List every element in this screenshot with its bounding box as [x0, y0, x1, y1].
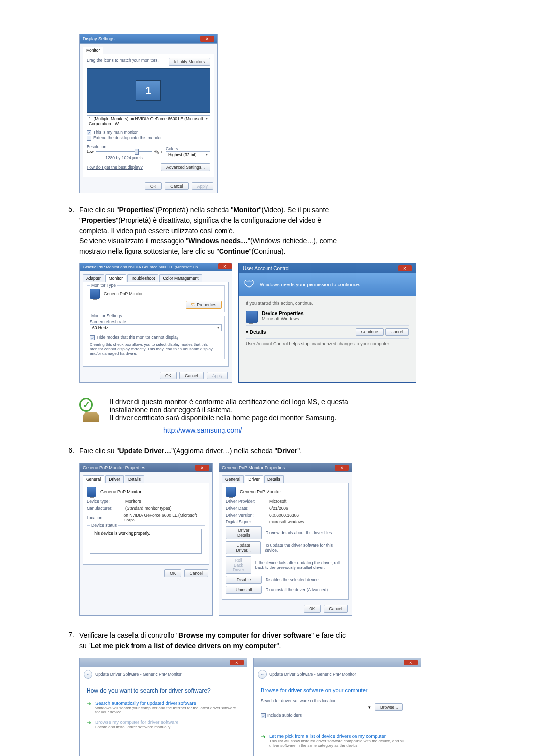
apply-button: Apply — [192, 182, 213, 190]
tab-monitor[interactable]: Monitor — [105, 274, 126, 282]
close-icon[interactable]: × — [404, 660, 418, 665]
continue-button[interactable]: Continue — [356, 328, 384, 336]
close-icon[interactable]: × — [200, 36, 214, 42]
refresh-select[interactable]: 60 Hertz▾ — [90, 324, 222, 331]
monitor-icon — [226, 487, 236, 497]
uac-banner-text: Windows needs your permission to contion… — [260, 282, 360, 287]
drvtab-title: Generic PnP Monitor Properties — [222, 465, 285, 470]
details-expand[interactable]: ▾ Details — [246, 330, 266, 335]
update-driver-button[interactable]: Update Driver... — [226, 541, 261, 554]
path-input[interactable] — [261, 704, 364, 710]
apply-button: Apply — [207, 372, 228, 379]
close-icon[interactable]: × — [218, 263, 232, 269]
uac-title: User Account Control — [243, 266, 290, 271]
info-note: Il driver di questo monitor è conforme a… — [110, 398, 348, 422]
cancel-button[interactable]: Cancel — [385, 328, 409, 336]
tab-general[interactable]: General — [83, 475, 104, 483]
cancel-button[interactable]: Cancel — [165, 182, 188, 190]
option-let-me-pick[interactable]: ➔ Let me pick from a list of device driv… — [261, 733, 414, 748]
checkbox-extend — [87, 136, 91, 141]
hide-checkbox[interactable] — [90, 335, 95, 340]
wizard-heading: How do you want to search for driver sof… — [87, 687, 240, 694]
monitor-icon — [87, 487, 96, 497]
cert-ok-icon: ✓ — [79, 398, 103, 422]
step-5-text: Fare clic su "Properties"(Proprietà) nel… — [79, 205, 475, 257]
close-icon[interactable]: × — [398, 265, 412, 271]
samsung-link[interactable]: http://www.samsung.com/ — [163, 426, 242, 434]
tab-general[interactable]: General — [222, 475, 244, 483]
status-box: This device is working properly. — [90, 529, 202, 554]
tab-adapter[interactable]: Adapter — [83, 274, 104, 282]
device-icon — [246, 311, 258, 323]
cancel-button[interactable]: Cancel — [324, 605, 348, 613]
arrow-icon: ➔ — [261, 733, 266, 740]
ok-button[interactable]: OK — [145, 182, 162, 190]
cancel-button[interactable]: Cancel — [184, 569, 208, 577]
tab-details[interactable]: Details — [264, 475, 284, 483]
help-link[interactable]: How do I get the best display? — [87, 165, 143, 170]
wizard-heading: Browse for driver software on your compu… — [261, 687, 414, 693]
rollback-button: Roll Back Driver — [226, 556, 251, 574]
include-checkbox[interactable] — [261, 713, 266, 718]
ok-button[interactable]: OK — [304, 605, 320, 613]
close-icon[interactable]: × — [230, 660, 244, 665]
back-button[interactable]: ← — [84, 670, 92, 679]
ok-button[interactable]: OK — [160, 372, 177, 379]
monitor-select[interactable]: 1. (Multiple Monitors) on NVIDIA GeForce… — [87, 115, 210, 127]
close-icon[interactable]: × — [195, 465, 209, 471]
tab-monitor[interactable]: Monitor — [83, 47, 103, 54]
tab-troubleshoot[interactable]: Troubleshoot — [127, 274, 158, 282]
disable-button[interactable]: Disable — [226, 576, 262, 584]
arrow-icon: ➔ — [87, 700, 91, 707]
cancel-button[interactable]: Cancel — [179, 372, 203, 379]
identify-button[interactable]: Identify Monitors — [169, 58, 210, 66]
step-number: 7. — [59, 631, 79, 652]
monitor-1[interactable]: 1 — [136, 80, 161, 101]
uac-dialog: User Account Control× 🛡Windows needs you… — [238, 263, 416, 383]
colors-select[interactable]: Highest (32 bit)▾ — [166, 151, 210, 158]
option-browse[interactable]: ➔ Browse my computer for driver software… — [87, 719, 240, 729]
monprops-title: Generic PnP Monitor and NVIDIA GeForce 6… — [83, 265, 201, 269]
step-number: 5. — [59, 205, 79, 257]
genprops-title: Generic PnP Monitor Properties — [83, 465, 145, 470]
display-title: Display Settings — [83, 36, 115, 41]
ok-button[interactable]: OK — [164, 569, 181, 577]
arrow-icon: ➔ — [87, 719, 91, 726]
chevron-down-icon: ▾ — [206, 152, 208, 157]
monitor-icon — [90, 289, 100, 299]
properties-button[interactable]: 🛡 Properties — [186, 301, 222, 309]
option-search-auto[interactable]: ➔ Search automatically for updated drive… — [87, 700, 240, 714]
shield-icon: 🛡 — [244, 278, 255, 291]
back-button[interactable]: ← — [258, 670, 267, 679]
chevron-down-icon: ▾ — [368, 705, 371, 709]
resolution-slider[interactable]: Low High — [87, 149, 162, 154]
step-number: 6. — [59, 446, 79, 457]
chevron-down-icon: ▾ — [217, 325, 219, 330]
uninstall-button[interactable]: Uninstall — [226, 586, 262, 594]
driver-details-button[interactable]: Driver Details — [226, 526, 262, 539]
monitor-preview[interactable]: 1 — [87, 68, 210, 113]
step-6-text: Fare clic su "Update Driver…"(Aggiorna d… — [79, 446, 475, 457]
chevron-down-icon: ▾ — [246, 330, 248, 335]
tab-driver[interactable]: Driver — [105, 475, 124, 483]
step-7-text: Verificare la casella di controllo "Brow… — [79, 631, 475, 652]
browse-button[interactable]: Browse... — [375, 703, 403, 711]
advanced-button[interactable]: Advanced Settings... — [161, 163, 210, 171]
tab-details[interactable]: Details — [125, 475, 144, 483]
checkbox-main — [87, 130, 91, 135]
chevron-down-icon: ▾ — [206, 116, 208, 126]
tab-driver[interactable]: Driver — [245, 475, 263, 483]
tab-color[interactable]: Color Management — [159, 274, 202, 282]
close-icon[interactable]: × — [335, 465, 349, 471]
